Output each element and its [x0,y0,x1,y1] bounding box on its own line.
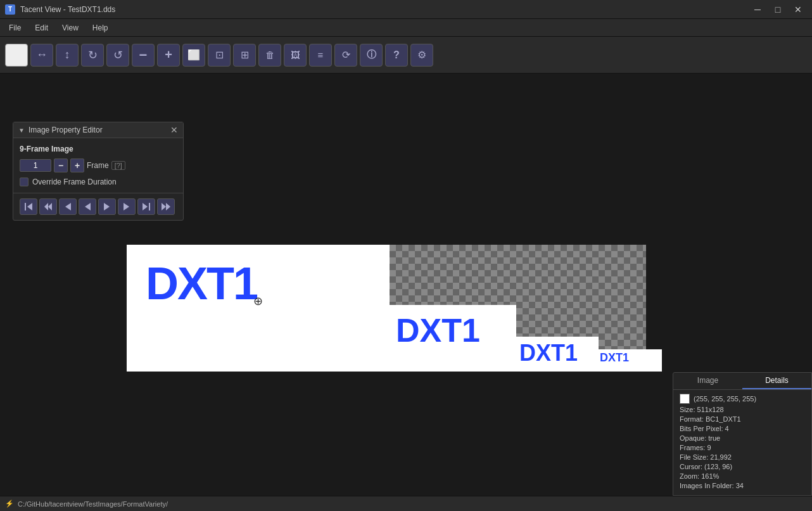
info-body: (255, 255, 255, 255) Size: 511x128 Forma… [673,390,811,495]
info-circle-button[interactable]: ⓘ [360,44,383,67]
white-sub2: DXT1 [516,337,599,372]
grid-button[interactable]: ⊞ [233,44,256,67]
white-sub1: DXT1 [390,305,516,372]
title-bar-left: T Tacent View - TestDXT1.dds [5,4,115,15]
flip-vertical-button[interactable]: ↕ [56,44,79,67]
close-button[interactable]: ✕ [789,3,807,16]
svg-marker-1 [27,203,32,210]
settings-button[interactable]: ⚙ [410,44,433,67]
prop-editor-close-button[interactable]: ✕ [170,126,178,134]
cursor-row: Cursor: (123, 96) [680,463,805,470]
prop-editor-title-row: ▼ Image Property Editor [18,126,103,134]
color-row: (255, 255, 255, 255) [680,394,805,404]
title-bar-controls[interactable]: ─ □ ✕ [749,3,807,16]
svg-marker-5 [85,203,91,210]
mirror-button[interactable]: ⊡ [208,44,231,67]
sliders-button[interactable]: ≡ [309,44,332,67]
dxt1-label-small: DXT1 [519,340,578,366]
jump-to-start-button[interactable] [20,198,37,215]
svg-marker-10 [162,203,166,210]
svg-marker-11 [166,203,170,210]
title-bar: T Tacent View - TestDXT1.dds ─ □ ✕ [0,0,812,19]
svg-rect-0 [25,203,26,210]
menu-help[interactable]: Help [86,21,115,35]
format-value: Format: BC1_DXT1 [680,415,741,423]
cursor-value: Cursor: (123, 96) [680,463,732,470]
frame-text-label: Frame [87,161,109,170]
frames-row: Frames: 9 [680,444,805,451]
prop-editor-header: ▼ Image Property Editor ✕ [13,122,183,138]
status-bar: ⚡ C:/GitHub/tacentview/TestImages/Format… [0,496,812,511]
svg-rect-9 [149,203,150,210]
format-row: Format: BC1_DXT1 [680,415,805,423]
info-panel: Image Details (255, 255, 255, 255) Size:… [673,372,812,496]
image-property-editor: ▼ Image Property Editor ✕ 9-Frame Image … [13,122,184,221]
zoom-in-button[interactable]: + [157,44,180,67]
opaque-value: Opaque: true [680,434,720,442]
frame-help-button[interactable]: [?] [111,161,125,170]
frame-decrement-button[interactable]: − [54,158,68,172]
tab-image[interactable]: Image [673,373,742,389]
jump-to-end-button[interactable] [137,198,155,215]
override-frame-duration-checkbox[interactable] [20,178,29,186]
size-value: Size: 511x128 [680,406,724,413]
dxt1-right-checker: DXT1 DXT1 DXT1 [390,245,646,372]
minimize-button[interactable]: ─ [749,3,766,16]
rotate-ccw-button[interactable]: ↺ [106,44,129,67]
frame-controls: − + Frame [?] [20,158,177,172]
zoom-out-button[interactable]: − [132,44,155,67]
menu-bar: File Edit View Help [0,19,812,37]
svg-marker-2 [44,203,48,210]
svg-marker-8 [143,203,148,210]
help-button[interactable]: ? [385,44,408,67]
main-area: DXT1 DXT1 DXT1 [0,74,812,496]
svg-marker-3 [48,203,52,210]
image-button[interactable]: 🖼 [284,44,307,67]
bpp-value: Bits Per Pixel: 4 [680,425,729,432]
prop-editor-body: 9-Frame Image − + Frame [?] Override Fra… [13,138,183,193]
step-forward-button[interactable] [118,198,136,215]
frame-number-input[interactable] [20,159,51,172]
loop-button[interactable] [157,198,175,215]
bpp-row: Bits Per Pixel: 4 [680,425,805,432]
maximize-button[interactable]: □ [769,3,787,16]
frame-image-label: 9-Frame Image [20,145,177,153]
svg-marker-4 [65,203,71,210]
play-reverse-button[interactable] [79,198,96,215]
override-frame-duration-label: Override Frame Duration [32,178,117,186]
step-back-button[interactable] [59,198,77,215]
fit-button[interactable]: ⬜ [182,44,205,67]
svg-marker-6 [104,203,110,210]
menu-view[interactable]: View [56,21,85,35]
play-button[interactable] [98,198,116,215]
color-swatch-button[interactable] [5,44,28,67]
collapse-arrow-icon[interactable]: ▼ [18,127,25,134]
delete-button[interactable]: 🗑 [258,44,281,67]
size-row: Size: 511x128 [680,406,805,413]
file-size-row: File Size: 21,992 [680,453,805,461]
title-text: Tacent View - TestDXT1.dds [20,5,115,14]
svg-marker-7 [124,203,129,210]
image-container: DXT1 DXT1 DXT1 [127,245,646,372]
dxt1-label-medium: DXT1 [396,311,480,349]
color-swatch [680,394,690,404]
color-value: (255, 255, 255, 255) [694,395,756,403]
frame-increment-button[interactable]: + [70,158,84,172]
zoom-row: Zoom: 161% [680,472,805,480]
opaque-row: Opaque: true [680,434,805,442]
images-in-folder-row: Images In Folder: 34 [680,482,805,489]
prev-frames-button[interactable] [39,198,57,215]
file-size-value: File Size: 21,992 [680,453,732,461]
toolbar: ↔ ↕ ↻ ↺ − + ⬜ ⊡ ⊞ 🗑 🖼 ≡ ⟳ ⓘ ? ⚙ [0,37,812,74]
app-icon: T [5,4,15,15]
dxt1-label-xsmall: DXT1 [600,351,629,365]
rotate-cw-button[interactable]: ↻ [81,44,104,67]
menu-edit[interactable]: Edit [29,21,54,35]
playback-controls [13,193,183,220]
images-in-folder-value: Images In Folder: 34 [680,482,744,489]
white-sub3: DXT1 [599,349,662,372]
flip-horizontal-button[interactable]: ↔ [30,44,53,67]
refresh-button[interactable]: ⟳ [334,44,357,67]
menu-file[interactable]: File [3,21,27,35]
tab-details[interactable]: Details [742,373,811,389]
